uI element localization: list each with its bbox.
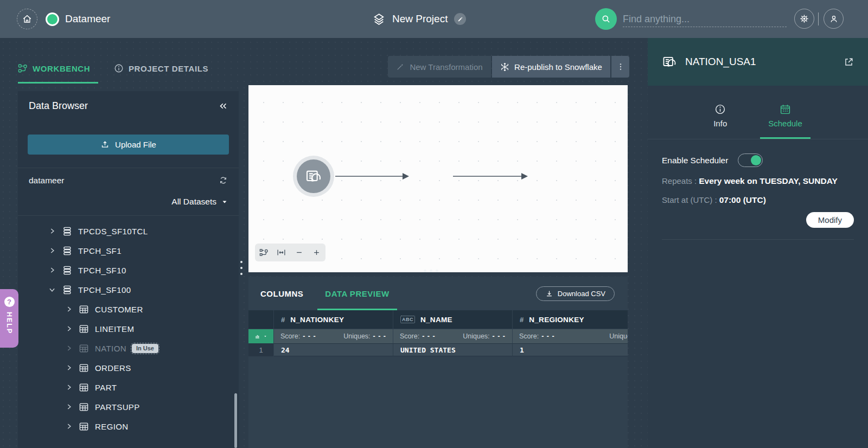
- uniques-label: Uniques:: [343, 332, 370, 340]
- collapse-panel-button[interactable]: [219, 101, 228, 111]
- tab-workbench-label: WORKBENCH: [33, 64, 90, 73]
- numeric-type-icon: #: [281, 316, 285, 324]
- tree-item-label: TPCH_SF10: [78, 266, 126, 275]
- tree-item-label: TPCDS_SF10TCL: [78, 227, 148, 236]
- search-input[interactable]: Find anything...: [623, 12, 787, 27]
- tree-item-table[interactable]: PART: [18, 377, 239, 397]
- table-icon: [79, 402, 89, 412]
- zoom-in-button[interactable]: [310, 246, 324, 260]
- user-account-button[interactable]: [824, 9, 844, 29]
- tree-item-schema-expanded[interactable]: TPCH_SF100: [18, 280, 239, 299]
- tree-item-table-in-use[interactable]: NATION In Use: [18, 338, 239, 358]
- tree-item-label: ORDERS: [95, 363, 131, 373]
- graph-layout-icon: [259, 248, 269, 257]
- source-dataset-icon: [305, 168, 322, 185]
- score-value: - - -: [422, 332, 435, 340]
- download-csv-button[interactable]: Download CSV: [536, 286, 615, 301]
- inspector-tabs: Info Schedule: [648, 86, 868, 139]
- source-name: datameer: [29, 176, 64, 185]
- new-transformation-label: New Transformation: [410, 62, 482, 72]
- upload-file-button[interactable]: Upload File: [28, 135, 229, 155]
- search-button[interactable]: [595, 8, 617, 30]
- preview-table: # N_NATIONKEY ABC N_NAME # N_REGIONKEY S…: [248, 310, 628, 356]
- chevron-down-icon: [48, 286, 56, 293]
- section-divider: [662, 239, 854, 240]
- chevron-right-icon: [48, 247, 56, 254]
- brand[interactable]: Datameer: [46, 0, 110, 38]
- table-cell[interactable]: 24: [274, 343, 393, 356]
- table-cell[interactable]: 1: [513, 343, 628, 356]
- schema-icon: [62, 246, 72, 256]
- calendar-icon: [780, 104, 791, 115]
- table-icon: [79, 363, 89, 373]
- source-row[interactable]: datameer: [18, 168, 239, 193]
- tab-workbench[interactable]: WORKBENCH: [18, 54, 90, 82]
- tree-item-label: CUSTOMER: [95, 305, 143, 314]
- repeats-row: Repeats :Every week on TUESDAY, SUNDAY: [662, 176, 854, 186]
- in-use-badge: In Use: [132, 344, 158, 353]
- new-transformation-button[interactable]: New Transformation: [388, 56, 491, 78]
- chevron-right-icon: [65, 325, 73, 332]
- panel-resize-handle-horizontal[interactable]: [424, 270, 438, 272]
- modify-schedule-button[interactable]: Modify: [806, 212, 854, 228]
- search-placeholder: Find anything...: [623, 14, 690, 25]
- stats-mode-selector[interactable]: [248, 329, 274, 343]
- chevron-right-icon: [48, 227, 56, 235]
- canvas-toolbar: [255, 244, 326, 261]
- tab-columns[interactable]: COLUMNS: [256, 277, 308, 310]
- help-tab[interactable]: ? HELP: [0, 289, 18, 348]
- panel-resize-handle-vertical[interactable]: [240, 261, 242, 275]
- schema-icon: [62, 265, 72, 276]
- node-source-nation[interactable]: [293, 156, 334, 197]
- chevron-right-icon: [65, 423, 73, 430]
- tree-item-label: PARTSUPP: [95, 402, 140, 412]
- edit-project-name-button[interactable]: [454, 13, 466, 25]
- tab-columns-label: COLUMNS: [260, 289, 303, 298]
- minus-icon: [295, 248, 303, 257]
- tab-data-preview[interactable]: DATA PREVIEW: [321, 277, 393, 310]
- fit-to-screen-button[interactable]: [275, 246, 289, 260]
- tree-item-table[interactable]: ORDERS: [18, 358, 239, 377]
- topbar-divider: [818, 12, 819, 25]
- table-cell[interactable]: UNITED STATES: [393, 343, 513, 356]
- chevron-right-icon: [48, 266, 56, 274]
- column-header[interactable]: ABC N_NAME: [393, 310, 513, 329]
- upload-file-label: Upload File: [115, 140, 156, 149]
- auto-layout-button[interactable]: [257, 246, 271, 260]
- tree-item-schema[interactable]: TPCH_SF1: [18, 241, 239, 260]
- tree-item-label: NATION: [95, 344, 126, 353]
- score-label: Score:: [400, 332, 419, 340]
- edge-arrowhead: [521, 173, 528, 180]
- tree-item-table[interactable]: CUSTOMER: [18, 299, 239, 319]
- tab-schedule[interactable]: Schedule: [760, 104, 810, 139]
- tree-scrollbar[interactable]: [234, 393, 237, 448]
- zoom-out-button[interactable]: [292, 246, 306, 260]
- open-in-new-button[interactable]: [844, 57, 854, 67]
- tree-item-table[interactable]: PARTSUPP: [18, 397, 239, 417]
- tree-item-schema[interactable]: TPCH_SF10: [18, 260, 239, 280]
- refresh-button[interactable]: [219, 176, 228, 185]
- more-actions-button[interactable]: [611, 56, 629, 78]
- question-mark-icon: ?: [4, 297, 15, 307]
- home-button[interactable]: [17, 9, 37, 29]
- stats-cell: Score:- - - Uniques:- - -: [393, 329, 513, 343]
- tab-project-details[interactable]: PROJECT DETAILS: [114, 54, 208, 82]
- tree-item-table[interactable]: LINEITEM: [18, 319, 239, 338]
- column-name: N_REGIONKEY: [529, 316, 584, 324]
- dataset-filter-dropdown[interactable]: All Datasets: [18, 193, 239, 215]
- enable-scheduler-toggle[interactable]: [738, 153, 763, 167]
- column-header[interactable]: # N_REGIONKEY: [513, 310, 628, 329]
- caret-down-icon: [221, 199, 228, 205]
- scheduler-section: Enable Scheduler Repeats :Every week on …: [648, 139, 868, 240]
- column-header[interactable]: # N_NATIONKEY: [274, 310, 393, 329]
- settings-button[interactable]: [794, 9, 814, 29]
- score-value: - - -: [303, 332, 316, 340]
- tree-item-table[interactable]: REGION: [18, 417, 239, 436]
- column-name: N_NAME: [420, 316, 452, 324]
- dataset-filter-label: All Datasets: [171, 197, 216, 207]
- tab-info[interactable]: Info: [705, 104, 735, 139]
- tree-item-schema[interactable]: TPCDS_SF10TCL: [18, 221, 239, 241]
- republish-to-snowflake-button[interactable]: Re-publish to Snowflake: [492, 56, 610, 78]
- row-index: 1: [248, 343, 274, 356]
- flow-canvas[interactable]: NATION 1 NATION 2 NATION_USA1: [248, 85, 628, 272]
